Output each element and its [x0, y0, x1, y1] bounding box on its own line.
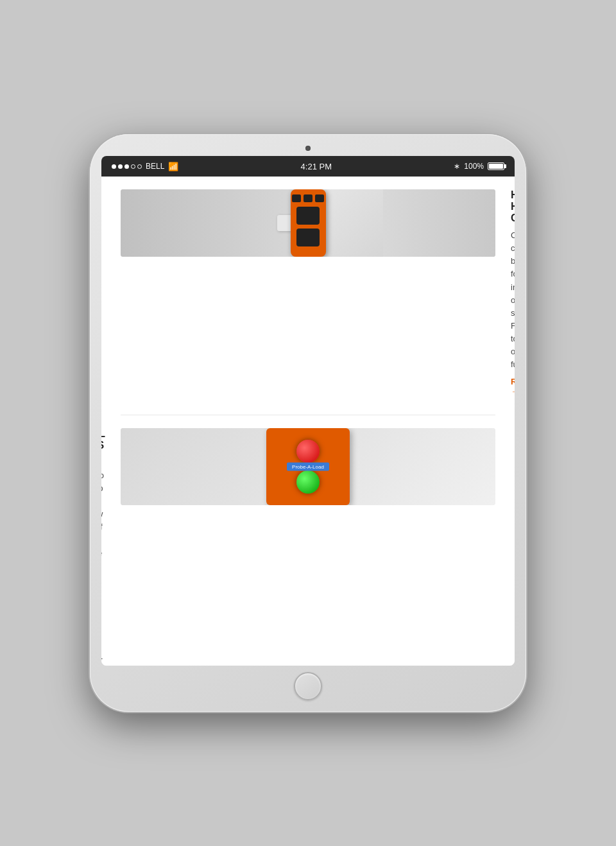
battery-indicator — [488, 162, 504, 170]
probe-a-load-label: Probe-A-Load — [287, 462, 329, 470]
feature-signal: Probe-A-Load SIGNAL LIGHTS Two-way Stop … — [121, 428, 495, 666]
handheld-btn-main-1 — [296, 207, 320, 225]
signal-dots — [112, 164, 142, 169]
handheld-title: HAND-HELD CONTROL — [511, 189, 515, 224]
battery-fill — [489, 164, 503, 169]
handheld-image — [121, 189, 495, 257]
handheld-btn-3 — [315, 194, 324, 202]
signal-title: SIGNAL LIGHTS — [101, 428, 105, 451]
tablet-screen: BELL 📶 4:21 PM ∗ 100% — [101, 156, 515, 666]
battery-bar — [488, 162, 504, 170]
signal-dot-2 — [118, 164, 123, 169]
signal-text: SIGNAL LIGHTS Two-way Stop & Go lights h… — [101, 428, 105, 666]
green-light — [296, 470, 320, 494]
handheld-device-graphic — [291, 189, 326, 257]
handheld-btn-2 — [304, 194, 312, 202]
feature-handheld: HAND-HELD CONTROL Compact control can be… — [121, 189, 495, 397]
signal-dot-3 — [124, 164, 129, 169]
status-right: ∗ 100% — [454, 162, 504, 171]
tablet-camera — [305, 146, 311, 151]
red-light — [296, 440, 320, 463]
signal-dot-5 — [137, 164, 142, 169]
handheld-buttons-top — [292, 194, 324, 202]
tablet-device: BELL 📶 4:21 PM ∗ 100% — [90, 134, 526, 712]
status-bar: BELL 📶 4:21 PM ∗ 100% — [101, 156, 515, 177]
home-button[interactable] — [294, 672, 322, 700]
handheld-btn-main-2 — [296, 229, 320, 246]
screen-content[interactable]: HAND-HELD CONTROL Compact control can be… — [101, 177, 515, 666]
bluetooth-icon: ∗ — [454, 162, 460, 171]
divider-1 — [121, 415, 495, 415]
signal-dot-4 — [131, 164, 135, 169]
handheld-text: HAND-HELD CONTROL Compact control can be… — [511, 189, 515, 397]
handheld-desc: Compact control can be adapted for use e… — [511, 229, 515, 372]
signal-image: Probe-A-Load — [121, 428, 495, 505]
status-left: BELL 📶 — [112, 162, 178, 171]
battery-percent: 100% — [464, 162, 484, 171]
handheld-btn-1 — [292, 194, 301, 202]
carrier-label: BELL — [146, 162, 164, 171]
signal-box-graphic: Probe-A-Load — [266, 428, 350, 505]
status-time: 4:21 PM — [301, 162, 332, 171]
wifi-icon: 📶 — [168, 162, 178, 171]
handheld-read-more[interactable]: Read More → — [511, 377, 515, 396]
signal-desc: Two-way Stop & Go lights help control tr… — [101, 456, 105, 663]
signal-dot-1 — [112, 164, 116, 169]
